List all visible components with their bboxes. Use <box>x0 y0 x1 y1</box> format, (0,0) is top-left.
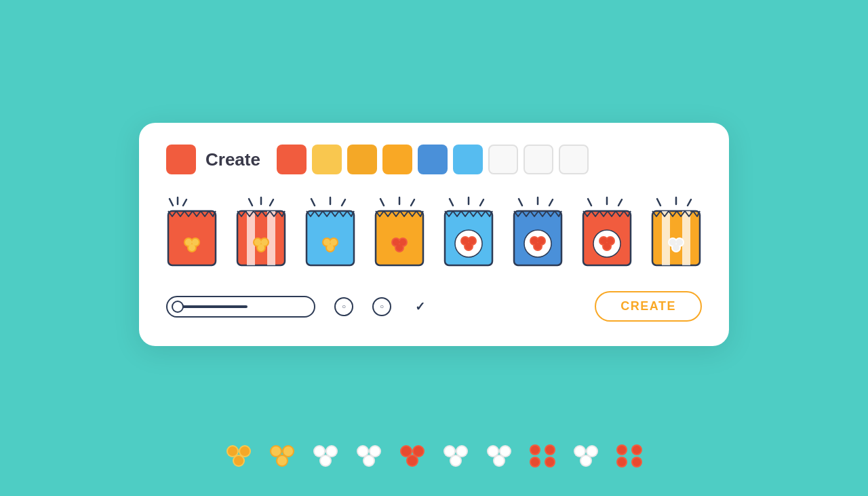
svg-point-87 <box>673 244 679 251</box>
swatch-blue-dark[interactable] <box>418 145 448 174</box>
svg-point-123 <box>451 456 460 465</box>
swatch-orange[interactable] <box>277 145 307 174</box>
popcorn-piece-8 <box>527 442 558 470</box>
svg-point-109 <box>358 446 368 456</box>
popcorn-row <box>223 442 645 470</box>
svg-point-128 <box>500 446 510 456</box>
bag-4[interactable] <box>370 196 429 271</box>
svg-line-67 <box>618 199 622 206</box>
svg-point-22 <box>258 244 264 251</box>
bag-2[interactable] <box>232 196 290 271</box>
bags-row <box>166 196 702 271</box>
svg-point-116 <box>414 446 423 456</box>
controls-row: ○ ○ ✓ CREATE <box>166 291 702 322</box>
svg-rect-3 <box>168 211 216 265</box>
svg-point-143 <box>581 456 591 465</box>
svg-line-76 <box>657 199 660 206</box>
bag-1[interactable] <box>163 196 221 271</box>
bag-7[interactable] <box>578 196 636 271</box>
svg-point-98 <box>283 446 293 456</box>
svg-line-35 <box>411 199 414 206</box>
svg-line-78 <box>688 199 691 206</box>
popcorn-piece-4 <box>353 442 384 470</box>
svg-line-54 <box>519 199 522 206</box>
svg-rect-80 <box>662 211 670 265</box>
top-row: Create <box>166 145 702 174</box>
svg-point-142 <box>587 446 597 456</box>
bag-8[interactable] <box>647 196 705 271</box>
svg-point-99 <box>277 456 287 465</box>
svg-point-135 <box>546 446 554 454</box>
svg-line-0 <box>170 199 173 206</box>
svg-point-91 <box>228 446 237 456</box>
create-label: Create <box>205 149 260 170</box>
popcorn-piece-6 <box>440 442 471 470</box>
bag-5[interactable] <box>439 196 498 271</box>
svg-line-2 <box>183 199 186 206</box>
svg-point-105 <box>321 456 330 465</box>
svg-point-111 <box>364 456 374 465</box>
svg-rect-15 <box>247 211 255 265</box>
popcorn-piece-9 <box>570 442 601 470</box>
svg-point-92 <box>240 446 250 456</box>
swatch-yellow-light[interactable] <box>312 145 342 174</box>
svg-point-93 <box>234 456 243 465</box>
svg-point-136 <box>531 458 539 466</box>
svg-line-56 <box>549 199 553 206</box>
swatch-yellow-mid[interactable] <box>347 145 377 174</box>
svg-point-64 <box>534 243 541 250</box>
popcorn-piece-2 <box>267 442 298 470</box>
slider-thumb[interactable] <box>172 301 184 313</box>
popcorn-piece-5 <box>397 442 428 470</box>
svg-rect-79 <box>652 211 700 265</box>
svg-line-11 <box>249 199 252 206</box>
svg-line-13 <box>270 199 273 206</box>
svg-rect-26 <box>307 211 354 265</box>
swatch-blue-light[interactable] <box>453 145 483 174</box>
svg-point-115 <box>401 446 411 456</box>
bag-3[interactable] <box>301 196 359 271</box>
svg-point-151 <box>633 458 641 466</box>
swatch-white-1[interactable] <box>488 145 518 174</box>
svg-rect-36 <box>376 211 423 265</box>
checkmark-button[interactable]: ✓ <box>410 297 429 316</box>
active-color-swatch[interactable] <box>166 145 196 174</box>
svg-point-104 <box>327 446 336 456</box>
svg-point-103 <box>315 446 324 456</box>
swatch-white-2[interactable] <box>524 145 553 174</box>
svg-point-141 <box>575 446 585 456</box>
swatch-yellow-dark[interactable] <box>382 145 412 174</box>
svg-point-148 <box>618 446 626 454</box>
svg-point-134 <box>531 446 539 454</box>
svg-line-33 <box>380 199 384 206</box>
svg-point-149 <box>633 446 641 454</box>
svg-point-32 <box>327 244 334 251</box>
main-card: Create <box>139 123 729 346</box>
svg-point-121 <box>445 446 454 456</box>
svg-point-127 <box>488 446 498 456</box>
create-button[interactable]: CREATE <box>595 291 702 322</box>
svg-point-42 <box>396 244 403 251</box>
control-icon-1[interactable]: ○ <box>334 297 353 316</box>
svg-point-53 <box>465 243 472 250</box>
svg-point-137 <box>546 458 554 466</box>
svg-line-43 <box>450 199 453 206</box>
svg-point-75 <box>604 243 610 250</box>
svg-line-25 <box>342 199 345 206</box>
color-swatches <box>277 145 589 174</box>
svg-line-23 <box>311 199 315 206</box>
svg-rect-14 <box>237 211 285 265</box>
popcorn-piece-10 <box>614 442 645 470</box>
svg-point-10 <box>189 244 195 251</box>
swatch-white-3[interactable] <box>559 145 589 174</box>
slider-fill <box>173 305 248 308</box>
control-icon-2[interactable]: ○ <box>372 297 391 316</box>
popcorn-piece-7 <box>484 442 515 470</box>
bag-6[interactable] <box>509 196 567 271</box>
svg-point-129 <box>494 456 504 465</box>
popcorn-piece-3 <box>310 442 341 470</box>
svg-point-110 <box>370 446 380 456</box>
svg-rect-16 <box>267 211 275 265</box>
svg-line-45 <box>480 199 484 206</box>
slider-track[interactable] <box>166 296 315 318</box>
